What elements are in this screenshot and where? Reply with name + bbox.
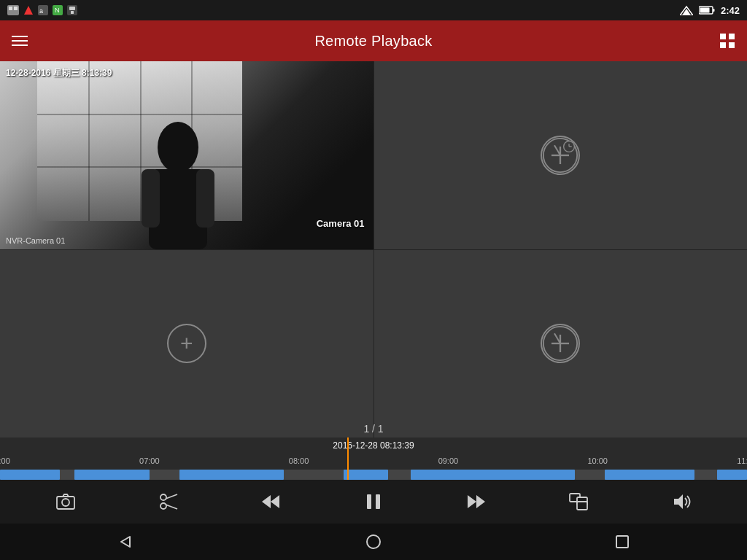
camera-timestamp: 12-28-2016 星期三 8:13:39	[6, 67, 112, 79]
svg-rect-19	[196, 169, 214, 228]
clip-button[interactable]	[152, 486, 185, 518]
timeline-label-09:00: 09:00	[438, 456, 459, 465]
silhouette	[134, 118, 222, 249]
camera-cell-3[interactable]	[0, 250, 374, 438]
back-button[interactable]	[107, 527, 143, 556]
grid-view-button[interactable]	[719, 33, 735, 49]
add-with-clock-icon	[542, 136, 578, 175]
camera-cell-1[interactable]: 12-28-2016 星期三 8:13:39 Camera 01 NVR-Cam…	[0, 61, 374, 249]
svg-marker-36	[271, 495, 279, 508]
multiscreen-icon	[569, 493, 588, 510]
svg-marker-3	[24, 6, 33, 15]
pause-icon	[365, 493, 382, 510]
timeline-label-07:00: 07:00	[139, 456, 160, 465]
menu-button[interactable]	[12, 36, 28, 46]
svg-marker-35	[262, 495, 271, 508]
svg-rect-37	[367, 494, 371, 509]
controls-bar	[0, 480, 747, 524]
home-button[interactable]	[355, 527, 392, 556]
timeline[interactable]: 2016-12-28 08:13:39 06:0007:0008:0009:00…	[0, 438, 747, 480]
svg-marker-44	[674, 494, 683, 509]
multiscreen-button[interactable]	[562, 486, 595, 518]
recents-button[interactable]	[604, 527, 640, 556]
svg-marker-12	[682, 9, 691, 15]
app1-icon	[7, 5, 19, 15]
svg-rect-38	[376, 494, 380, 509]
camera-label: Camera 01	[317, 218, 365, 229]
timeline-segment-5	[605, 470, 694, 480]
volume-button[interactable]	[665, 486, 697, 518]
rewind-button[interactable]	[255, 486, 287, 518]
timeline-datetime: 2016-12-28 08:13:39	[333, 440, 414, 451]
svg-rect-1	[9, 7, 12, 10]
svg-text:a: a	[39, 7, 43, 15]
pause-button[interactable]	[357, 486, 390, 518]
timeline-segment-3	[344, 470, 388, 480]
camera-cell-4[interactable]	[374, 250, 748, 438]
timeline-segment-2	[179, 470, 284, 480]
timeline-segment-0	[0, 470, 60, 480]
scissors-icon	[158, 491, 179, 512]
back-icon	[117, 534, 133, 550]
timeline-segment-1	[74, 470, 149, 480]
timeline-label-08:00: 08:00	[289, 456, 309, 465]
svg-point-31	[160, 503, 166, 509]
timeline-label-10:00: 10:00	[587, 456, 608, 465]
video-grid: 12-28-2016 星期三 8:13:39 Camera 01 NVR-Cam…	[0, 61, 747, 438]
volume-icon	[671, 493, 692, 510]
add-camera-icon-3[interactable]	[167, 324, 206, 363]
svg-rect-43	[577, 502, 587, 510]
android-nav-bar	[0, 524, 747, 560]
svg-rect-18	[142, 169, 160, 228]
app3-icon: a	[38, 5, 48, 15]
status-icons-right: 2:42	[680, 5, 740, 16]
svg-marker-39	[468, 495, 476, 508]
recents-icon	[615, 534, 630, 549]
timeline-cursor	[347, 438, 349, 480]
top-bar: Remote Playback	[0, 20, 747, 61]
signal-icon	[680, 5, 693, 15]
svg-rect-14	[700, 8, 709, 13]
svg-rect-2	[14, 7, 18, 10]
svg-rect-10	[71, 11, 74, 14]
svg-point-30	[62, 499, 69, 506]
svg-line-33	[166, 494, 177, 499]
svg-rect-15	[713, 9, 714, 12]
timeline-bar[interactable]	[0, 470, 747, 480]
svg-text:N: N	[55, 7, 60, 14]
status-bar: a N 2:42	[0, 0, 747, 20]
timeline-label-11:00: 11:00	[737, 456, 747, 465]
svg-point-16	[158, 122, 198, 173]
svg-point-32	[160, 494, 166, 500]
timeline-segment-6	[717, 470, 747, 480]
status-icons-left: a N	[7, 5, 77, 15]
screenshot-button[interactable]	[50, 486, 82, 518]
timeline-label-06:00: 06:00	[0, 456, 10, 465]
page-title: Remote Playback	[314, 33, 432, 50]
camera-source-label: NVR-Camera 01	[6, 236, 65, 245]
svg-rect-47	[616, 536, 628, 548]
screenshot-icon	[55, 493, 76, 510]
home-icon	[365, 534, 382, 550]
timeline-segment-4	[411, 470, 575, 480]
app5-icon	[67, 5, 77, 15]
svg-marker-40	[476, 495, 485, 508]
timeline-ruler: 06:0007:0008:0009:0010:0011:00	[0, 452, 747, 467]
clock: 2:42	[721, 5, 740, 16]
svg-rect-9	[69, 7, 75, 10]
fastforward-icon	[466, 494, 487, 510]
rewind-icon	[260, 494, 281, 510]
battery-icon	[699, 6, 715, 15]
camera-cell-2[interactable]	[374, 61, 748, 249]
svg-line-34	[166, 505, 177, 509]
app4-icon: N	[53, 5, 63, 15]
svg-point-46	[367, 535, 380, 548]
app2-icon	[23, 5, 34, 15]
add-camera-icon-4[interactable]	[541, 324, 580, 363]
add-with-clock-icon-4	[542, 324, 578, 363]
fastforward-button[interactable]	[460, 486, 492, 518]
svg-marker-45	[121, 537, 130, 547]
add-camera-icon-2[interactable]	[541, 136, 580, 175]
